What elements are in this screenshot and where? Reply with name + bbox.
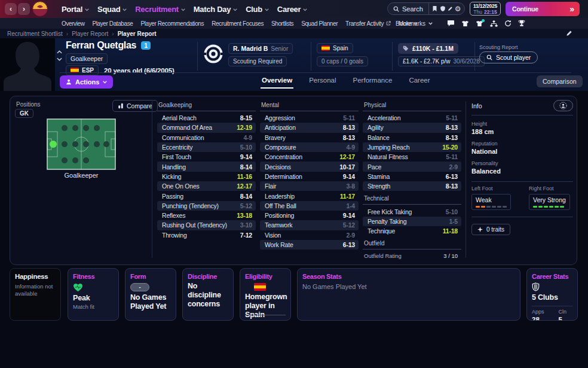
club-crest-roma[interactable] xyxy=(32,1,48,17)
season-stats-card[interactable]: Season Stats No Games Played Yet xyxy=(297,268,520,321)
eligibility-card[interactable]: Eligibility Homegrown player in Spain xyxy=(240,268,291,321)
attribute-row: Bravery8-13 xyxy=(260,133,359,142)
goalkeeping-header: Goalkeeping xyxy=(157,101,256,111)
breadcrumb-item[interactable]: Recruitment Shortlist xyxy=(7,31,63,37)
breadcrumb-item[interactable]: Player Report xyxy=(118,31,157,37)
squad-status: Senior xyxy=(271,45,288,52)
tab-performance[interactable]: Performance xyxy=(352,74,394,89)
bookmarks-dropdown[interactable]: Bookmarks xyxy=(396,18,433,29)
positions-label: Positions xyxy=(16,101,41,108)
tab-overview[interactable]: Overview xyxy=(261,74,293,89)
attribute-name: Throwing xyxy=(162,232,187,239)
scout-assignment-button[interactable] xyxy=(553,100,573,111)
form-card[interactable]: Form - No Games Played Yet xyxy=(125,268,176,321)
next-player-chevron[interactable] xyxy=(57,57,62,61)
traits-label: 0 traits xyxy=(486,226,504,233)
outfield-rating-row: Outfield Rating 3 / 10 xyxy=(363,250,461,259)
continue-button[interactable]: Continue » xyxy=(506,2,580,16)
nav-match-day[interactable]: Match Day xyxy=(194,5,237,14)
divider xyxy=(474,42,475,71)
bookmark-icon[interactable] xyxy=(432,5,437,12)
shield-icon[interactable] xyxy=(440,5,446,12)
subnav-shortlists[interactable]: Shortlists xyxy=(271,20,293,27)
quick-icons: ⚙ xyxy=(429,3,464,14)
game-date[interactable]: 11/12/2025 Thu 22:15 xyxy=(470,2,501,16)
player-stepper xyxy=(57,50,62,61)
attribute-row: Composure4-9 xyxy=(260,142,359,152)
attribute-value: 5-12 xyxy=(343,221,355,229)
chat-icon[interactable] xyxy=(447,20,455,27)
utility-icons xyxy=(447,18,525,29)
heart-pulse-icon xyxy=(73,283,114,292)
attribute-row: Decisions10-17 xyxy=(260,162,359,171)
edit-pencil-icon[interactable] xyxy=(566,30,572,37)
subnav-overview[interactable]: Overview xyxy=(62,20,84,27)
subnav-transfer-activity[interactable]: Transfer Activity xyxy=(345,20,391,27)
attribute-value: 10-17 xyxy=(339,163,355,171)
scout-player-button[interactable]: Scout player xyxy=(479,51,538,63)
tab-career[interactable]: Career xyxy=(408,74,431,89)
subnav-player-database[interactable]: Player Database xyxy=(92,20,133,27)
attribute-value: 2-9 xyxy=(346,232,355,239)
attribute-row: Concentration12-17 xyxy=(260,152,359,162)
attribute-row: Balance8-13 xyxy=(363,133,461,142)
shirt-notification-icon[interactable] xyxy=(476,20,483,27)
pencil-icon[interactable] xyxy=(448,6,453,11)
chevron-down-icon xyxy=(122,8,127,11)
subnav-recruitment-focuses[interactable]: Recruitment Focuses xyxy=(212,20,264,27)
tab-personal[interactable]: Personal xyxy=(308,74,337,89)
chevron-down-icon xyxy=(181,8,185,11)
subnav-squad-planner[interactable]: Squad Planner xyxy=(301,20,338,27)
attribute-name: Agility xyxy=(368,124,384,131)
attribute-value: 13-18 xyxy=(237,212,252,219)
form-body: No Games Played Yet xyxy=(130,293,171,311)
nav-recruitment[interactable]: Recruitment xyxy=(135,5,185,14)
sync-icon[interactable] xyxy=(504,20,512,27)
attribute-value: 8-13 xyxy=(446,183,458,190)
height-label: Height xyxy=(471,121,573,127)
technical-rows: Free Kick Taking5-10Penalty Taking1-5Tec… xyxy=(363,206,461,236)
attribute-value: 9-14 xyxy=(343,212,355,219)
foot-strength-segment xyxy=(544,206,548,208)
attribute-row: First Touch9-14 xyxy=(157,152,256,162)
attribute-value: 8-14 xyxy=(240,193,252,200)
breadcrumb-item[interactable]: Player Report xyxy=(72,31,108,37)
career-stats-card[interactable]: Career Stats 5 Clubs Apps 28 Cln 5 xyxy=(526,268,578,321)
club-box[interactable]: R. Madrid B Senior xyxy=(228,43,293,54)
nav-portal[interactable]: Portal xyxy=(62,5,89,14)
subnav-player-recommendations[interactable]: Player Recommendations xyxy=(140,20,204,27)
foot-strength-segment xyxy=(555,206,559,208)
previous-player-chevron[interactable] xyxy=(57,50,62,54)
shirt-icon[interactable] xyxy=(461,20,469,27)
gear-icon[interactable]: ⚙ xyxy=(455,5,461,13)
nav-squad[interactable]: Squad xyxy=(97,5,127,14)
attribute-row: Command Of Area12-19 xyxy=(157,123,256,132)
search-box: Search ⚙ xyxy=(387,2,465,15)
external-link-icon xyxy=(386,21,391,26)
actions-button[interactable]: Actions xyxy=(60,75,113,89)
trophy-icon[interactable] xyxy=(518,20,525,27)
foot-strength-segment xyxy=(486,206,491,208)
comparison-button[interactable]: Comparison xyxy=(537,75,583,87)
attribute-row: Natural Fitness5-11 xyxy=(363,152,461,162)
sitemap-icon[interactable] xyxy=(490,20,498,27)
search-button[interactable]: Search xyxy=(388,3,429,14)
traits-button[interactable]: 0 traits xyxy=(471,224,510,235)
attribute-value: 15-20 xyxy=(442,144,458,151)
attribute-name: First Touch xyxy=(162,153,191,160)
attribute-row: Throwing7-12 xyxy=(157,230,256,240)
nav-career[interactable]: Career xyxy=(277,5,307,14)
left-foot-strength-bar xyxy=(476,206,507,208)
physical-header: Physical xyxy=(363,101,461,111)
discipline-card[interactable]: Discipline No discipline concerns xyxy=(182,268,234,321)
nav-club[interactable]: Club xyxy=(246,5,269,14)
chevron-down-icon xyxy=(85,8,89,11)
fitness-card[interactable]: Fitness Peak Match fit xyxy=(68,268,119,321)
forward-button[interactable]: › xyxy=(18,3,30,15)
goalkeeping-column: Goalkeeping Aerial Reach8-15Command Of A… xyxy=(157,101,256,240)
foot-strength-segment xyxy=(497,206,501,208)
compare-button[interactable]: Compare xyxy=(112,100,158,112)
happiness-card[interactable]: Happiness Information not available xyxy=(10,268,61,321)
back-button[interactable]: ‹ xyxy=(5,3,17,15)
divider xyxy=(471,217,573,217)
